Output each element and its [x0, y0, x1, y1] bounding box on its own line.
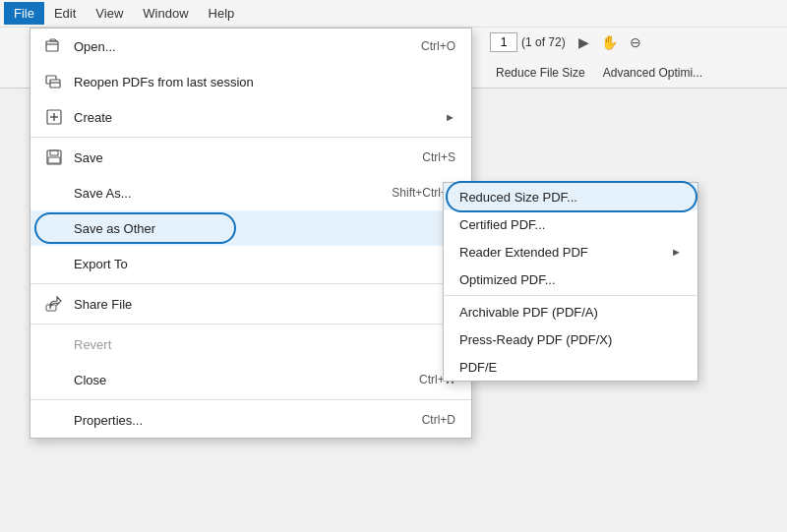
submenu-item-reader-extended-pdf[interactable]: Reader Extended PDF ►: [444, 238, 697, 266]
open-shortcut: Ctrl+O: [421, 39, 455, 53]
properties-icon-placeholder: [42, 408, 66, 432]
menu-edit[interactable]: Edit: [44, 2, 86, 25]
submenu-item-archivable-pdf[interactable]: Archivable PDF (PDF/A): [444, 298, 697, 325]
separator-1: [30, 137, 471, 138]
revert-icon-placeholder: [42, 332, 66, 356]
menu-item-reopen[interactable]: Reopen PDFs from last session: [30, 64, 471, 99]
menu-item-export-to[interactable]: Export To ►: [30, 246, 471, 281]
open-icon: [42, 34, 66, 58]
file-menu-dropdown: Open... Ctrl+O Reopen PDFs from last ses…: [30, 28, 472, 439]
svg-rect-6: [48, 157, 60, 163]
reopen-icon: [42, 70, 66, 93]
save-label: Save: [74, 150, 422, 165]
menu-item-save[interactable]: Save Ctrl+S: [30, 140, 471, 175]
svg-rect-5: [50, 150, 58, 155]
close-icon-placeholder: [42, 368, 66, 391]
hand-icon[interactable]: ✋: [599, 31, 621, 53]
submenu-item-certified-pdf[interactable]: Certified PDF...: [444, 210, 697, 238]
certified-pdf-label: Certified PDF...: [459, 217, 682, 232]
separator-2: [30, 283, 471, 284]
toolbar-right: Reduce File Size Advanced Optimi...: [482, 57, 787, 89]
separator-3: [30, 324, 471, 325]
reader-extended-arrow: ►: [671, 246, 682, 258]
create-icon: [42, 105, 66, 129]
create-label: Create: [74, 110, 437, 125]
menu-item-close[interactable]: Close Ctrl+W: [30, 362, 471, 397]
submenu-item-pdf-e[interactable]: PDF/E: [444, 353, 697, 381]
export-icon-placeholder: [42, 252, 66, 275]
reduce-file-size-label: Reduce File Size: [496, 66, 585, 80]
revert-label: Revert: [74, 337, 455, 352]
svg-rect-2: [50, 80, 60, 88]
reduced-size-pdf-label: Reduced Size PDF...: [459, 190, 682, 205]
menu-view[interactable]: View: [86, 2, 133, 25]
share-file-label: Share File: [74, 297, 455, 312]
toolbar-nav-icons: ▶ ✋ ⊖: [574, 31, 646, 53]
page-number-input[interactable]: [490, 32, 517, 52]
page-nav: (1 of 72): [490, 32, 566, 52]
advanced-optimize-btn[interactable]: Advanced Optimi...: [597, 63, 708, 83]
save-as-other-icon-placeholder: [42, 216, 66, 240]
press-ready-pdf-label: Press-Ready PDF (PDF/X): [459, 332, 682, 347]
menu-item-properties[interactable]: Properties... Ctrl+D: [30, 402, 471, 438]
menu-item-create[interactable]: Create ►: [30, 99, 471, 135]
menu-item-save-as-other[interactable]: Save as Other ►: [30, 210, 471, 246]
create-arrow: ►: [445, 111, 455, 123]
menu-item-save-as[interactable]: Save As... Shift+Ctrl+S: [30, 175, 471, 210]
save-icon: [42, 146, 66, 169]
submenu-item-reduced-size-pdf[interactable]: Reduced Size PDF...: [444, 183, 697, 210]
svg-rect-0: [46, 41, 58, 51]
save-shortcut: Ctrl+S: [422, 150, 455, 164]
archivable-pdf-label: Archivable PDF (PDF/A): [459, 305, 682, 320]
share-icon: [42, 292, 66, 316]
save-as-label: Save As...: [74, 186, 392, 201]
page-total: (1 of 72): [521, 35, 566, 49]
menu-bar: File Edit View Window Help: [0, 0, 787, 28]
save-as-other-submenu: Reduced Size PDF... Certified PDF... Rea…: [443, 182, 698, 382]
menu-file[interactable]: File: [4, 2, 44, 25]
properties-label: Properties...: [74, 413, 422, 428]
submenu-separator-1: [444, 295, 697, 296]
optimized-pdf-label: Optimized PDF...: [459, 272, 682, 287]
app-window: File Edit View Window Help (1 of 72) ▶ ✋…: [0, 0, 787, 532]
reader-extended-pdf-label: Reader Extended PDF: [459, 245, 671, 260]
reduce-file-size-btn[interactable]: Reduce File Size: [490, 63, 591, 83]
menu-item-share-file[interactable]: Share File: [30, 286, 471, 322]
menu-help[interactable]: Help: [199, 2, 245, 25]
save-as-icon-placeholder: [42, 181, 66, 205]
menu-item-open[interactable]: Open... Ctrl+O: [30, 29, 471, 64]
zoom-out-icon[interactable]: ⊖: [625, 31, 646, 53]
separator-4: [30, 399, 471, 400]
reopen-label: Reopen PDFs from last session: [74, 75, 455, 89]
save-as-other-label: Save as Other: [74, 221, 437, 236]
submenu-item-press-ready-pdf[interactable]: Press-Ready PDF (PDF/X): [444, 325, 697, 353]
menu-item-revert: Revert: [30, 326, 471, 362]
open-label: Open...: [74, 39, 421, 54]
properties-shortcut: Ctrl+D: [422, 413, 455, 427]
close-label: Close: [74, 373, 419, 387]
advanced-optimize-label: Advanced Optimi...: [603, 66, 702, 80]
export-to-label: Export To: [74, 257, 437, 271]
menu-window[interactable]: Window: [133, 2, 198, 25]
submenu-item-optimized-pdf[interactable]: Optimized PDF...: [444, 266, 697, 293]
cursor-icon[interactable]: ▶: [574, 31, 595, 53]
toolbar-secondary: (1 of 72) ▶ ✋ ⊖: [482, 28, 787, 57]
pdf-e-label: PDF/E: [459, 360, 682, 375]
